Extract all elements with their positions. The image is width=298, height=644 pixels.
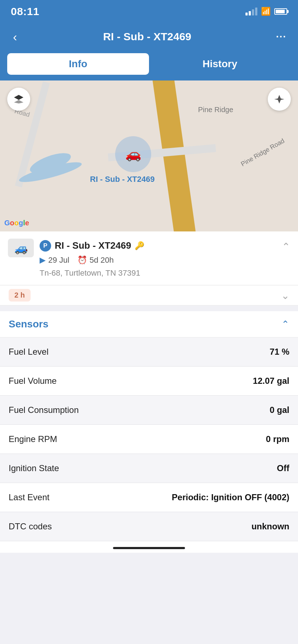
sensor-label: DTC codes [9, 521, 52, 532]
map-view[interactable]: Pine Ridge Pine Ridge Road Road 🚗 RI - S… [0, 80, 298, 231]
vehicle-map-label: RI - Sub - XT2469 [90, 175, 155, 184]
vehicle-card: 🚙 P RI - Sub - XT2469 🔑 ⌃ ▶ 29 Jul ⏰ 5d … [0, 231, 298, 285]
sensors-collapse-icon[interactable]: ⌃ [281, 319, 289, 330]
vehicle-dot: 🚗 [115, 136, 151, 172]
sensor-label: Ignition State [9, 463, 59, 473]
map-label-pine-ridge-road: Pine Ridge Road [240, 137, 286, 168]
vehicle-info: P RI - Sub - XT2469 🔑 ⌃ ▶ 29 Jul ⏰ 5d 20… [40, 239, 290, 278]
vehicle-name: RI - Sub - XT2469 [55, 240, 131, 251]
more-button[interactable]: ··· [274, 29, 289, 44]
sensor-label: Fuel Consumption [9, 405, 79, 415]
sensor-row-last-event: Last Event Periodic: Ignition OFF (4002) [0, 483, 298, 512]
sensor-value: 0 gal [270, 405, 289, 415]
sensor-value: Periodic: Ignition OFF (4002) [172, 492, 289, 502]
sensors-title: Sensors [9, 318, 49, 330]
sensor-value: 0 rpm [266, 434, 289, 444]
vehicle-address: Tn-68, Turtletown, TN 37391 [40, 268, 140, 278]
svg-marker-0 [14, 95, 23, 100]
key-icon: 🔑 [135, 241, 144, 250]
p-badge: P [40, 240, 51, 252]
sensors-section-header[interactable]: Sensors ⌃ [0, 311, 298, 337]
chevron-up-icon[interactable]: ⌃ [282, 241, 290, 253]
sensor-row-fuel-volume: Fuel Volume 12.07 gal [0, 367, 298, 396]
home-indicator [0, 541, 298, 553]
sensor-value: 71 % [270, 347, 289, 357]
sensor-label: Last Event [9, 492, 49, 502]
signal-icon [245, 8, 257, 15]
status-bar: 08:11 📶 [0, 0, 298, 22]
clock-icon: ⏰ [77, 256, 87, 265]
tab-info[interactable]: Info [7, 53, 149, 75]
home-bar [113, 547, 185, 549]
sensor-label: Engine RPM [9, 434, 57, 444]
play-icon: ▶ [40, 256, 46, 265]
svg-marker-1 [14, 100, 23, 104]
sensor-value: 12.07 gal [253, 376, 289, 386]
map-layers-button[interactable] [7, 88, 30, 111]
sensor-row-dtc-codes: DTC codes unknown [0, 512, 298, 541]
google-watermark: Google [4, 219, 29, 227]
sensor-row-engine-rpm: Engine RPM 0 rpm [0, 425, 298, 454]
tab-history[interactable]: History [149, 53, 291, 75]
time-badge: 2 h [9, 289, 31, 302]
vehicle-duration: ⏰ 5d 20h [77, 256, 114, 265]
sensor-label: Fuel Level [9, 347, 49, 357]
vehicle-map-icon: 🚗 [125, 147, 141, 162]
vehicle-thumbnail: 🚙 [8, 239, 34, 257]
tab-bar: Info History [0, 48, 298, 80]
map-label-pine-ridge: Pine Ridge [198, 106, 233, 114]
back-button[interactable]: ‹ [9, 28, 21, 45]
page-title: RI - Sub - XT2469 [21, 31, 274, 43]
sensor-value: Off [277, 463, 289, 473]
sensors-list: Fuel Level 71 % Fuel Volume 12.07 gal Fu… [0, 337, 298, 541]
battery-icon [274, 8, 287, 15]
sensor-label: Fuel Volume [9, 376, 57, 386]
vehicle-date: ▶ 29 Jul [40, 256, 69, 265]
sensor-row-fuel-consumption: Fuel Consumption 0 gal [0, 396, 298, 425]
sensor-row-ignition-state: Ignition State Off [0, 454, 298, 483]
sensor-value: unknown [252, 521, 289, 532]
header: ‹ RI - Sub - XT2469 ··· [0, 22, 298, 48]
sensor-row-fuel-level: Fuel Level 71 % [0, 337, 298, 367]
map-location-button[interactable] [268, 88, 291, 111]
status-time: 08:11 [11, 5, 39, 18]
wifi-icon: 📶 [261, 7, 271, 16]
chevron-down-icon[interactable]: ⌄ [281, 290, 289, 302]
status-icons: 📶 [245, 7, 287, 16]
